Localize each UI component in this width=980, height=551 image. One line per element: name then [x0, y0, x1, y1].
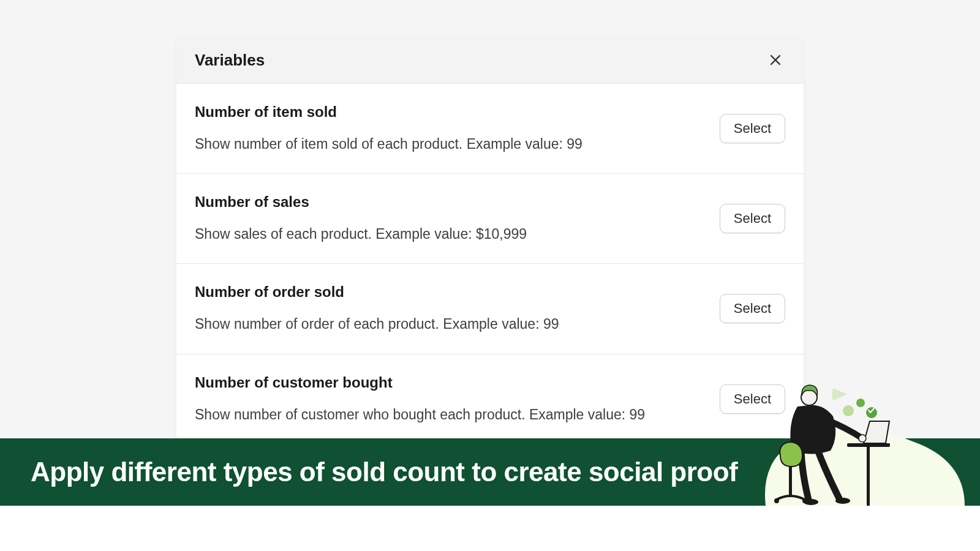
variable-customer-bought: Number of customer bought Show number of…	[176, 354, 804, 444]
promo-banner: Apply different types of sold count to c…	[0, 438, 980, 506]
select-button[interactable]: Select	[720, 114, 785, 143]
variable-text: Number of order sold Show number of orde…	[195, 283, 720, 334]
variable-item-sold: Number of item sold Show number of item …	[176, 84, 804, 174]
variable-title: Number of customer bought	[195, 374, 705, 391]
modal-title: Variables	[195, 51, 265, 70]
variable-text: Number of sales Show sales of each produ…	[195, 193, 720, 244]
bottom-strip	[0, 506, 980, 551]
variable-description: Show number of order of each product. Ex…	[195, 314, 705, 334]
variable-text: Number of item sold Show number of item …	[195, 103, 720, 154]
svg-point-2	[856, 399, 865, 407]
close-icon	[768, 53, 783, 67]
select-button[interactable]: Select	[720, 294, 785, 323]
close-button[interactable]	[766, 50, 785, 70]
variable-title: Number of sales	[195, 193, 705, 211]
variable-sales: Number of sales Show sales of each produ…	[176, 174, 804, 264]
variables-modal: Variables Number of item sold Show numbe…	[176, 37, 804, 444]
variable-description: Show sales of each product. Example valu…	[195, 224, 705, 244]
select-button[interactable]: Select	[720, 384, 785, 414]
variable-description: Show number of customer who bought each …	[195, 405, 705, 424]
svg-point-3	[843, 405, 854, 416]
banner-text: Apply different types of sold count to c…	[31, 457, 737, 487]
variable-title: Number of order sold	[195, 283, 705, 301]
variable-title: Number of item sold	[195, 103, 705, 121]
variable-text: Number of customer bought Show number of…	[195, 374, 720, 424]
variable-description: Show number of item sold of each product…	[195, 134, 705, 154]
select-button[interactable]: Select	[720, 204, 785, 233]
svg-point-4	[866, 407, 877, 418]
modal-header: Variables	[176, 37, 804, 84]
variable-order-sold: Number of order sold Show number of orde…	[176, 264, 804, 354]
